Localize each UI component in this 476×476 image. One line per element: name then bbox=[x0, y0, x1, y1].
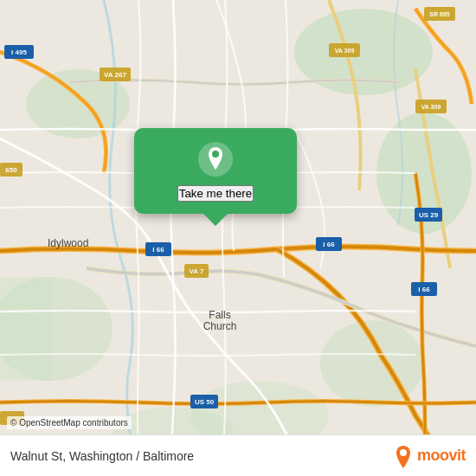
copyright-label: © OpenStreetMap contributors bbox=[10, 418, 128, 428]
location-pin-icon bbox=[196, 140, 235, 178]
svg-text:I 66: I 66 bbox=[323, 241, 335, 248]
moovit-logo: moovit bbox=[393, 444, 466, 468]
svg-text:VA 309: VA 309 bbox=[335, 48, 355, 54]
svg-text:VA 309: VA 309 bbox=[421, 104, 441, 110]
svg-text:650: 650 bbox=[5, 166, 17, 174]
moovit-logo-icon bbox=[393, 444, 414, 468]
svg-point-41 bbox=[212, 151, 219, 158]
svg-rect-7 bbox=[0, 277, 52, 381]
take-me-there-button[interactable]: Take me there bbox=[177, 185, 254, 202]
moovit-brand-text: moovit bbox=[417, 447, 466, 465]
copyright-text: © OpenStreetMap contributors bbox=[7, 416, 132, 429]
svg-text:SR 695: SR 695 bbox=[429, 11, 449, 17]
bottom-bar: Walnut St, Washington / Baltimore moovit bbox=[0, 434, 476, 476]
svg-text:Idylwood: Idylwood bbox=[48, 237, 88, 249]
svg-text:Falls: Falls bbox=[209, 309, 230, 321]
svg-text:VA 7: VA 7 bbox=[190, 267, 204, 275]
svg-text:US 50: US 50 bbox=[195, 398, 215, 406]
popup-card: Take me there bbox=[134, 128, 297, 214]
svg-point-42 bbox=[400, 449, 407, 456]
svg-text:US 29: US 29 bbox=[419, 211, 439, 219]
svg-text:VA 267: VA 267 bbox=[104, 71, 126, 79]
svg-text:I 495: I 495 bbox=[11, 48, 27, 56]
map-container: I 495 VA 267 SR 695 VA 309 VA 309 650 I … bbox=[0, 0, 476, 476]
svg-text:Church: Church bbox=[203, 320, 237, 332]
svg-text:I 66: I 66 bbox=[152, 246, 164, 254]
location-label: Walnut St, Washington / Baltimore bbox=[10, 449, 194, 463]
svg-text:I 66: I 66 bbox=[418, 286, 430, 293]
